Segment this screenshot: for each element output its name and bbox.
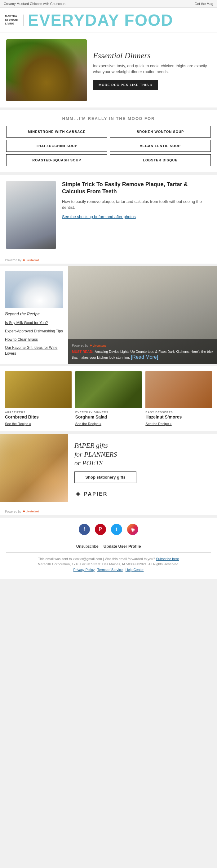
dental-ad-content: Simple Trick To Easily Remove Plaque, Ta… <box>62 181 211 219</box>
beyond-link-item-1: Expert-Approved Dishwashing Tips <box>5 328 63 334</box>
beyond-link-item-0: Is Soy Milk Good for You? <box>5 320 63 326</box>
shop-stationery-button[interactable]: Shop stationery gifts <box>74 471 136 483</box>
brand-name: MARTHA STEWART LIVING <box>5 14 24 25</box>
page-title: EVERYDAY FOOD <box>28 12 173 28</box>
top-bar: Creamy Mustard Chicken with Couscous Get… <box>0 0 217 8</box>
paper-collage-overlay <box>0 434 68 502</box>
dental-ad-title: Simple Trick To Easily Remove Plaque, Ta… <box>62 181 211 195</box>
mood-item-5[interactable]: LOBSTER BISQUE <box>110 154 211 166</box>
terms-link[interactable]: Terms of Service <box>97 568 123 571</box>
recipe-name-1: Sorghum Salad <box>75 414 142 420</box>
footer-links: Unsubscribe Update User Profile <box>6 544 211 549</box>
top-bar-left-link[interactable]: Creamy Mustard Chicken with Couscous <box>4 2 65 6</box>
paper-powered: Powered by ❖ LiveIntent <box>0 507 217 515</box>
twitter-icon[interactable]: t <box>111 524 122 535</box>
mood-section: HMM...I'M REALLY IN THE MOOD FOR MINESTR… <box>0 110 217 172</box>
social-icons: f P t ◉ <box>6 524 211 535</box>
recipe-card-0: APPETIZERS Cornbread Bites See the Recip… <box>5 371 72 426</box>
recipe-name-2: Hazelnut S'mores <box>145 414 212 420</box>
beyond-link-item-2: How to Clean Brass <box>5 336 63 342</box>
more-recipes-button[interactable]: MORE RECIPES LIKE THIS » <box>93 80 158 90</box>
mood-item-0[interactable]: MINESTRONE WITH CABBAGE <box>6 126 107 137</box>
subscribe-link[interactable]: Subscribe here <box>156 557 179 561</box>
liveintent-logo-3: ❖ LiveIntent <box>23 510 39 513</box>
mood-item-3[interactable]: VEGAN LENTIL SOUP <box>110 140 211 152</box>
beyond-right-overlay: Powered by ❖ LiveIntent MUST READ: Amazi… <box>68 339 217 364</box>
beyond-left: Beyond the Recipe Is Soy Milk Good for Y… <box>0 266 68 364</box>
hero-content: Essential Dinners Inexpensive, tasty, an… <box>93 51 211 90</box>
unsubscribe-link[interactable]: Unsubscribe <box>76 544 99 549</box>
update-profile-link[interactable]: Update User Profile <box>103 544 141 549</box>
brand-line2: STEWART <box>5 18 19 21</box>
social-section: f P t ◉ Unsubscribe Update User Profile … <box>0 518 217 579</box>
paper-collage-visual <box>0 434 68 502</box>
paper-title: PAPER gifts for PLANNERS or POETS <box>74 441 211 468</box>
dental-ad-text: How to easily remove plaque, tartar and … <box>62 198 211 211</box>
paper-collage <box>0 434 68 502</box>
beyond-links: Is Soy Milk Good for You? Expert-Approve… <box>5 320 63 356</box>
pinterest-icon[interactable]: P <box>95 524 106 535</box>
footer-small-text: This email was sent to xxxxxx@gmail.com … <box>22 556 195 573</box>
recipe-link-1[interactable]: See the Recipe » <box>75 422 101 426</box>
beyond-right: Powered by ❖ LiveIntent MUST READ: Amazi… <box>68 266 217 364</box>
footer-divider <box>6 540 211 540</box>
liveintent-logo: ❖ LiveIntent <box>23 259 39 262</box>
mood-item-2[interactable]: THAI ZUCCHINI SOUP <box>6 140 107 152</box>
recipe-link-2[interactable]: See the Recipe » <box>145 422 172 426</box>
footer-divider-2 <box>6 552 211 553</box>
recipe-category-2: EASY DESSERTS <box>145 411 212 414</box>
beyond-image <box>5 271 63 308</box>
beyond-read-more[interactable]: [Read More] <box>131 354 158 360</box>
top-bar-right-link[interactable]: Get the Mag <box>194 2 213 6</box>
paper-gifts-section: PAPER gifts for PLANNERS or POETS Shop s… <box>0 434 217 507</box>
recipe-grid: APPETIZERS Cornbread Bites See the Recip… <box>5 371 212 426</box>
recipe-card-1: EVERYDAY DINNERS Sorghum Salad See the R… <box>75 371 142 426</box>
papier-logo-icon: ✦ <box>74 489 82 499</box>
recipe-image-0 <box>5 371 72 408</box>
privacy-policy-link[interactable]: Privacy Policy <box>73 568 95 571</box>
mood-item-1[interactable]: BROKEN WONTON SOUP <box>110 126 211 137</box>
hero-title: Essential Dinners <box>93 51 211 60</box>
hero-food-visual <box>6 39 87 101</box>
recipe-category-0: APPETIZERS <box>5 411 72 414</box>
recipe-link-0[interactable]: See the Recipe » <box>5 422 31 426</box>
instagram-icon[interactable]: ◉ <box>127 524 138 535</box>
help-center-link[interactable]: Help Center <box>126 568 144 571</box>
powered-by-paper: Powered by ❖ LiveIntent <box>5 510 212 513</box>
papier-logo-text: PAPIER <box>84 491 107 497</box>
beyond-link-item-3: Our Favorite Gift Ideas for Wine Lovers <box>5 344 63 356</box>
hero-image <box>6 39 87 101</box>
recipe-image-1 <box>75 371 142 408</box>
hero-description: Inexpensive, tasty, and quick to cook, c… <box>93 63 211 75</box>
beyond-link-1[interactable]: Expert-Approved Dishwashing Tips <box>5 329 63 333</box>
mood-grid: MINESTRONE WITH CABBAGE BROKEN WONTON SO… <box>6 126 211 166</box>
beyond-link-3[interactable]: Our Favorite Gift Ideas for Wine Lovers <box>5 345 57 355</box>
recipe-name-0: Cornbread Bites <box>5 414 72 420</box>
beyond-title: Beyond the Recipe <box>5 311 63 317</box>
dental-ad-section: Simple Trick To Easily Remove Plaque, Ta… <box>0 175 217 255</box>
powered-by-label: Powered by ❖ LiveIntent <box>5 258 212 262</box>
brand-line3: LIVING <box>5 22 14 25</box>
mood-item-4[interactable]: ROASTED-SQUASH SOUP <box>6 154 107 166</box>
paper-right: PAPER gifts for PLANNERS or POETS Shop s… <box>68 434 217 507</box>
beyond-link-0[interactable]: Is Soy Milk Good for You? <box>5 321 48 325</box>
liveintent-logo-2: ❖ LiveIntent <box>90 344 106 347</box>
facebook-icon[interactable]: f <box>79 524 90 535</box>
beyond-powered: Powered by ❖ LiveIntent <box>72 344 213 347</box>
dental-ad-link[interactable]: See the shocking before and after photos <box>62 214 136 219</box>
dental-powered: Powered by ❖ LiveIntent <box>0 255 217 264</box>
beyond-section: Beyond the Recipe Is Soy Milk Good for Y… <box>0 266 217 364</box>
recipe-section: APPETIZERS Cornbread Bites See the Recip… <box>0 366 217 431</box>
mood-title: HMM...I'M REALLY IN THE MOOD FOR <box>6 116 211 121</box>
milk-visual <box>5 271 63 308</box>
must-read-label: MUST READ: <box>72 350 93 353</box>
recipe-card-2: EASY DESSERTS Hazelnut S'mores See the R… <box>145 371 212 426</box>
hero-section: Essential Dinners Inexpensive, tasty, an… <box>0 33 217 107</box>
papier-logo: ✦ PAPIER <box>74 489 211 499</box>
recipe-image-2 <box>145 371 212 408</box>
dental-ad-image <box>6 181 56 249</box>
header: MARTHA STEWART LIVING EVERYDAY FOOD <box>0 8 217 33</box>
recipe-category-1: EVERYDAY DINNERS <box>75 411 142 414</box>
beyond-link-2[interactable]: How to Clean Brass <box>5 337 38 342</box>
dental-visual <box>6 181 56 249</box>
